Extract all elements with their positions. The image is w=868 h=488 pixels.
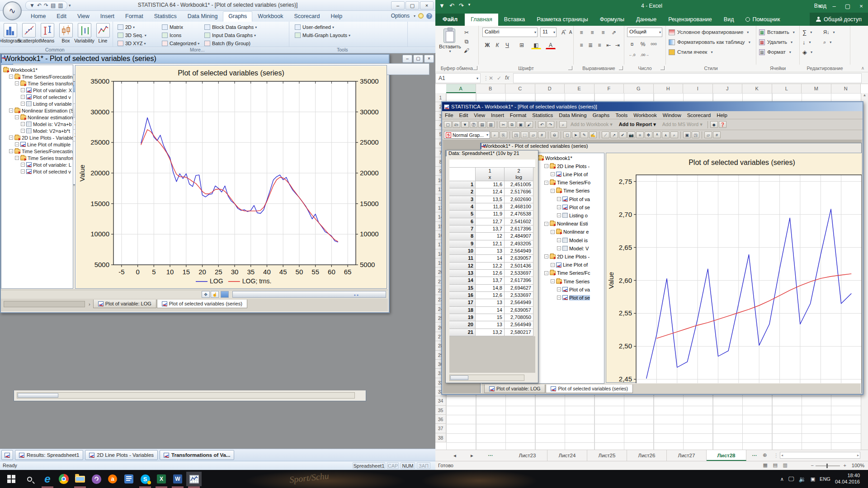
tree-expand-icon[interactable]: − bbox=[21, 88, 25, 92]
view-normal-icon[interactable]: ▦ bbox=[763, 462, 768, 468]
chrome-taskbar-icon[interactable] bbox=[56, 472, 71, 486]
cell-log-12[interactable]: 2,501436 bbox=[505, 263, 533, 270]
cell-log-6[interactable]: 2,541602 bbox=[505, 218, 533, 225]
cell-x-6[interactable]: 12,7 bbox=[476, 218, 505, 225]
cell-log-4[interactable]: 2,468100 bbox=[505, 203, 533, 211]
cell-log-17[interactable]: 2,564949 bbox=[505, 299, 533, 306]
cell-x-11[interactable]: 14 bbox=[476, 255, 505, 262]
column-header-N[interactable]: N bbox=[831, 84, 861, 93]
find-select-icon[interactable]: ⌕▾ bbox=[823, 38, 831, 47]
sort-filter-icon[interactable]: Я↓▾ bbox=[823, 28, 835, 37]
cell-log-11[interactable]: 2,639057 bbox=[505, 255, 533, 262]
tab-главная[interactable]: Главная bbox=[465, 14, 498, 26]
options-menu[interactable]: Options bbox=[391, 13, 410, 19]
view-layout-icon[interactable]: ▤ bbox=[773, 462, 778, 468]
skype-taskbar-icon[interactable]: S bbox=[137, 472, 153, 486]
search-taskbar-icon[interactable] bbox=[22, 472, 37, 486]
add-to-workbook-button[interactable]: Add to Workbook ▾ bbox=[571, 122, 613, 127]
tree-expand-icon[interactable]: − bbox=[9, 108, 13, 113]
align-center-icon[interactable]: ≣ bbox=[585, 40, 595, 49]
cut-icon[interactable]: ✂ bbox=[500, 121, 507, 128]
cell-log-16[interactable]: 2,533697 bbox=[505, 292, 533, 299]
cell-x-5[interactable]: 11,9 bbox=[476, 211, 505, 218]
cell-log-1[interactable]: 2,451005 bbox=[505, 181, 533, 188]
ribbon-tab-statistics[interactable]: Statistics bbox=[149, 11, 182, 22]
row-header[interactable]: 21 bbox=[449, 329, 476, 336]
row-header[interactable]: 4 bbox=[449, 203, 476, 211]
cell-x-15[interactable]: 14,8 bbox=[476, 285, 505, 292]
tree-item-2d-line-plots[interactable]: −2D Line Plots - bbox=[544, 163, 590, 169]
tab-разметка-страницы[interactable]: Разметка страницы bbox=[531, 14, 594, 26]
fill-color-icon[interactable]: ◧ bbox=[531, 40, 541, 49]
cell-x-19[interactable]: 15 bbox=[476, 314, 505, 321]
sheet-tab-лист27[interactable]: Лист27 bbox=[667, 450, 707, 461]
share-button[interactable]: Общий доступ bbox=[810, 13, 868, 26]
orientation-icon[interactable]: ⇗ bbox=[609, 28, 619, 37]
excel-maximize-button[interactable]: ▢ bbox=[841, 0, 854, 13]
number-launcher-icon[interactable] bbox=[660, 66, 665, 70]
cell-x-16[interactable]: 12,6 bbox=[476, 292, 505, 299]
pointer-icon[interactable]: ⟋ bbox=[602, 131, 609, 138]
preview-icon[interactable]: ▥ bbox=[487, 121, 495, 128]
add-to-word-button[interactable]: Add to MS Word ▾ bbox=[662, 122, 703, 127]
column-header-x[interactable]: 1x bbox=[476, 168, 505, 181]
cells-формат-button[interactable]: ▦Формат▾ bbox=[759, 47, 791, 56]
doc-tab-plot-of-variable-log[interactable]: Plot of variable: LOG bbox=[93, 300, 156, 308]
ss-horizontal-scrollbar[interactable] bbox=[449, 375, 524, 381]
plot-close-button[interactable]: × bbox=[424, 55, 434, 63]
curve-icon[interactable]: ᴬ bbox=[653, 131, 661, 138]
menu-edit[interactable]: Edit bbox=[459, 113, 468, 118]
стили-ячеек-button[interactable]: Стили ячеек▾ bbox=[669, 47, 712, 56]
add-sheet-icon[interactable]: ⊕ bbox=[763, 452, 767, 458]
minimize-button[interactable]: – bbox=[391, 1, 405, 9]
row-header[interactable]: 10 bbox=[449, 248, 476, 255]
borders-icon[interactable]: ⊞ bbox=[517, 40, 527, 49]
tree-expand-icon[interactable]: − bbox=[557, 205, 561, 209]
decrease-decimal-icon[interactable]: ,00→ bbox=[640, 50, 650, 59]
fx-icon[interactable]: fx bbox=[505, 75, 509, 81]
menu-format[interactable]: Format bbox=[510, 113, 526, 118]
menu-data-mining[interactable]: Data Mining bbox=[559, 113, 586, 118]
tree-expand-icon[interactable]: − bbox=[9, 149, 13, 153]
tray-chevron-icon[interactable]: ∧ bbox=[780, 476, 784, 482]
cell-x-18[interactable]: 14 bbox=[476, 307, 505, 314]
row-header[interactable]: 3 bbox=[449, 196, 476, 203]
sheet-tab-лист26[interactable]: Лист26 bbox=[627, 450, 667, 461]
fit-icon[interactable]: ▣ bbox=[683, 131, 691, 138]
formula-input[interactable] bbox=[513, 73, 862, 83]
menu-window[interactable]: Window bbox=[663, 113, 681, 118]
row-header[interactable]: 5 bbox=[449, 211, 476, 218]
tree-item-2d-line-plots[interactable]: −2D Line Plots - bbox=[544, 253, 590, 260]
tree-expand-icon[interactable]: − bbox=[544, 164, 548, 168]
font-color-icon[interactable]: А bbox=[546, 40, 556, 49]
paste-button[interactable]: Вставить▾ bbox=[439, 28, 460, 60]
tree-item-time-series[interactable]: −Time Series bbox=[551, 188, 590, 194]
tree-expand-icon[interactable]: − bbox=[21, 169, 25, 174]
cell-x-8[interactable]: 12 bbox=[476, 233, 505, 240]
tips-bulb-icon[interactable] bbox=[418, 13, 424, 19]
menu-help[interactable]: Help bbox=[717, 113, 727, 118]
multi-graph-layouts-button[interactable]: Multi-Graph Layouts▾ bbox=[294, 31, 350, 39]
autosum-icon[interactable]: ∑▾ bbox=[802, 28, 812, 37]
cell-log-2[interactable]: 2,517696 bbox=[505, 188, 533, 196]
cell-log-19[interactable]: 2,708050 bbox=[505, 314, 533, 321]
ribbon-tab-workbook[interactable]: Workbook bbox=[252, 11, 288, 22]
namebox-splitter[interactable]: ⋮ bbox=[483, 75, 489, 81]
helpbook-icon[interactable]: ❓ bbox=[719, 121, 726, 128]
move-icon[interactable]: ▱ bbox=[529, 131, 537, 138]
column-header-C[interactable]: C bbox=[505, 84, 535, 93]
clipboard-launcher-icon[interactable] bbox=[473, 66, 477, 70]
column-header-A[interactable]: A bbox=[446, 84, 476, 93]
zoom-in-icon[interactable]: ◻ bbox=[563, 131, 571, 138]
tree-item-plot-of-se[interactable]: −Plot of se bbox=[557, 294, 590, 301]
tab-splitter[interactable]: ⋮ bbox=[774, 452, 779, 459]
batch-by-group-button[interactable]: Batch (By Group) bbox=[203, 39, 250, 47]
column-header-log[interactable]: 2log bbox=[505, 168, 533, 181]
tree-expand-icon[interactable]: − bbox=[21, 102, 25, 106]
variability-button[interactable]: Variability bbox=[75, 22, 94, 47]
tree-expand-icon[interactable]: − bbox=[544, 254, 548, 258]
tree-expand-icon[interactable]: − bbox=[551, 263, 555, 267]
menu-tools[interactable]: Tools bbox=[615, 113, 627, 118]
macro-icon[interactable]: ◆ bbox=[710, 121, 718, 128]
tree-expand-icon[interactable]: − bbox=[557, 238, 561, 242]
